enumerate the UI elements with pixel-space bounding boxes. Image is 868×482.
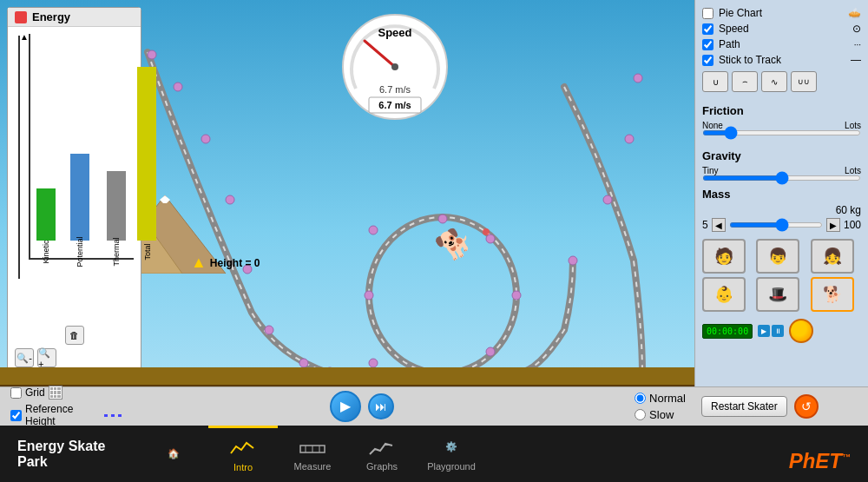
zoom-out-btn[interactable]: 🔍-	[15, 348, 34, 367]
friction-slider-container: Friction None Lots	[702, 97, 861, 135]
mass-decrease-btn[interactable]: ◀	[712, 218, 726, 232]
play-controls: ▶ ⏭	[330, 386, 394, 426]
path-checkbox[interactable]	[702, 39, 713, 50]
friction-slider[interactable]	[702, 130, 861, 135]
avatar-4[interactable]: 👶	[702, 277, 746, 312]
playground-icon: ⚙️	[437, 437, 465, 458]
speed-check-icon: ⊙	[852, 23, 861, 35]
nav-bar: Energy Skate Park 🏠 Intro Measure	[0, 426, 868, 482]
track-shape-buttons: ∪ ⌢ ∿ ∪∪	[702, 71, 861, 92]
nav-measure-label: Measure	[294, 461, 332, 472]
gravity-slider[interactable]	[702, 175, 861, 181]
slow-radio[interactable]	[635, 409, 646, 420]
nav-intro[interactable]: Intro	[208, 426, 278, 482]
stick-track-label: Stick to Track	[719, 54, 781, 66]
speed-gauge: Speed 6.7 m/s 6.7 m/s	[339, 10, 451, 123]
gravity-title: Gravity	[702, 149, 861, 162]
energy-trash-btn[interactable]: 🗑	[65, 326, 84, 345]
stick-track-row: Stick to Track —	[702, 54, 861, 66]
stick-track-icon: —	[851, 54, 861, 66]
pie-chart-row: Pie Chart 🥧	[702, 7, 861, 19]
track-shape-3[interactable]: ∿	[761, 71, 787, 92]
avatar-dog[interactable]: 🐕	[811, 277, 854, 312]
nav-graphs[interactable]: Graphs	[347, 426, 417, 482]
bottom-right-controls: Restart Skater ↺	[694, 386, 868, 426]
mass-title: Mass	[702, 188, 861, 201]
height-arrow: ▲	[191, 254, 207, 272]
step-button[interactable]: ⏭	[368, 393, 394, 419]
kinetic-label: Kinetic	[42, 240, 50, 263]
timer-display: 00:00:00	[702, 324, 753, 339]
kinetic-bar	[36, 188, 56, 241]
mass-min: 5	[702, 219, 708, 231]
thermal-bar	[107, 171, 126, 241]
potential-bar-group: Potential	[64, 154, 95, 256]
graphs-icon	[368, 437, 396, 458]
pie-chart-label: Pie Chart	[719, 7, 762, 19]
energy-minimize-btn[interactable]	[15, 11, 27, 23]
timer-play-btn[interactable]: ▶	[758, 325, 770, 337]
svg-point-26	[634, 74, 642, 83]
normal-radio[interactable]	[635, 393, 646, 404]
avatar-3[interactable]: 👧	[811, 239, 854, 274]
pie-chart-checkbox[interactable]	[702, 8, 713, 19]
restart-skater-btn[interactable]: Restart Skater	[701, 396, 787, 417]
mass-increase-btn[interactable]: ▶	[826, 218, 840, 232]
stick-track-checkbox[interactable]	[702, 55, 713, 66]
checkbox-area: Grid Reference Height	[10, 386, 123, 427]
potential-label: Potential	[76, 236, 84, 267]
nav-playground-label: Playground	[427, 461, 476, 472]
mass-control: 5 ◀ ▶ 100	[702, 218, 861, 232]
svg-point-19	[438, 215, 447, 223]
app-title: Energy Skate Park	[0, 439, 139, 470]
svg-point-31	[391, 63, 398, 70]
avatar-2[interactable]: 👦	[756, 239, 799, 274]
right-panel: Pie Chart 🥧 Speed ⊙ Path ··· Stick to Tr…	[694, 0, 868, 386]
avatar-5[interactable]: 🎩	[756, 277, 799, 312]
friction-title: Friction	[702, 104, 861, 117]
mass-max: 100	[844, 219, 861, 231]
thermal-label: Thermal	[112, 237, 121, 266]
mass-slider[interactable]	[729, 222, 823, 228]
timer-row: 00:00:00 ▶ ⏸	[702, 319, 861, 343]
thermal-bar-group: Thermal	[102, 171, 130, 256]
svg-point-9	[174, 83, 182, 91]
y-axis: ▲	[18, 36, 29, 279]
svg-point-23	[569, 256, 577, 265]
nav-measure[interactable]: Measure	[278, 426, 347, 482]
normal-radio-group: Normal	[635, 392, 686, 405]
measure-icon	[299, 437, 326, 458]
home-icon: 🏠	[160, 444, 187, 465]
path-check-label: Path	[719, 38, 740, 50]
nav-intro-label: Intro	[233, 462, 253, 472]
nav-home[interactable]: 🏠	[139, 426, 208, 482]
mass-value: 60 kg	[836, 204, 861, 216]
grid-checkbox-group: Grid	[10, 386, 123, 399]
height-marker: ▲ Height = 0	[191, 254, 260, 272]
pie-chart-icon: 🥧	[848, 7, 861, 19]
slow-label: Slow	[649, 408, 674, 421]
track-shape-4[interactable]: ∪∪	[791, 71, 817, 92]
track-shape-1[interactable]: ∪	[702, 71, 728, 92]
avatar-grid: 🧑 👦 👧 👶 🎩 🐕	[702, 239, 861, 312]
grid-icon	[49, 386, 62, 399]
zoom-in-btn[interactable]: 🔍+	[37, 348, 56, 367]
ref-height-checkbox[interactable]	[10, 410, 22, 421]
timer-step-btn[interactable]: ⏸	[772, 325, 784, 337]
refresh-btn[interactable]: ↺	[794, 394, 819, 419]
energy-bar-chart: Kinetic Potential Thermal Total	[29, 34, 134, 260]
speed-checkbox[interactable]	[702, 23, 713, 35]
svg-point-8	[148, 50, 156, 59]
intro-icon	[229, 438, 257, 459]
grid-checkbox[interactable]	[10, 387, 22, 399]
nav-graphs-label: Graphs	[366, 461, 398, 472]
track-shape-2[interactable]: ⌢	[732, 71, 758, 92]
slow-radio-group: Slow	[635, 408, 686, 421]
svg-point-14	[299, 359, 308, 367]
play-button[interactable]: ▶	[330, 391, 361, 422]
nav-playground[interactable]: ⚙️ Playground	[417, 426, 486, 482]
path-check-row: Path ···	[702, 38, 861, 50]
avatar-1[interactable]: 🧑	[702, 239, 746, 274]
pie-chart-display[interactable]	[789, 319, 813, 343]
svg-text:6.7 m/s: 6.7 m/s	[379, 84, 411, 95]
